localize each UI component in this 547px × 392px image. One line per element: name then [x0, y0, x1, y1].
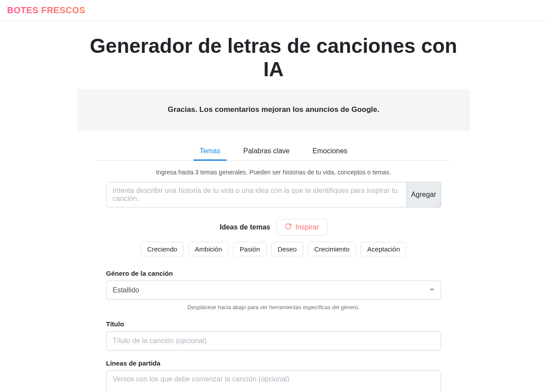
idea-chip[interactable]: Pasión	[233, 242, 267, 256]
brand-logo[interactable]: BOTES FRESCOS	[7, 5, 86, 15]
idea-chip[interactable]: Aceptación	[361, 242, 406, 256]
starting-lines-label: Líneas de partida	[106, 359, 441, 367]
starting-lines-input[interactable]	[106, 370, 441, 392]
page-title: Generador de letras de canciones con IA	[78, 34, 470, 81]
genre-label: Género de la canción	[106, 270, 441, 277]
title-label: Título	[106, 320, 441, 328]
add-theme-button[interactable]: Agregar	[407, 182, 441, 207]
refresh-icon	[285, 223, 292, 232]
ideas-label: Ideas de temas	[220, 223, 270, 231]
idea-chip[interactable]: Deseo	[271, 242, 303, 256]
inspire-button[interactable]: Inspirar	[276, 219, 327, 236]
tab-emotions[interactable]: Emociones	[306, 143, 354, 161]
tab-keywords[interactable]: Palabras clave	[237, 143, 296, 161]
inspire-label: Inspirar	[295, 223, 319, 231]
ad-message: Gracias. Los comentarios mejoran los anu…	[168, 105, 380, 114]
idea-chip[interactable]: Crecimiento	[308, 242, 356, 256]
theme-input[interactable]	[106, 182, 407, 207]
idea-chip[interactable]: Creciendo	[141, 242, 184, 256]
idea-chip[interactable]: Ambición	[188, 242, 229, 256]
genre-hint: Desplácese hacia abajo para ver herramie…	[106, 304, 441, 311]
themes-instruction: Ingresa hasta 3 temas generales. Pueden …	[78, 169, 470, 176]
tabs-row: Temas Palabras clave Emociones	[97, 142, 450, 161]
ad-banner: Gracias. Los comentarios mejoran los anu…	[78, 89, 470, 131]
idea-chips: Creciendo Ambición Pasión Deseo Crecimie…	[106, 242, 441, 256]
genre-select[interactable]: Estallido	[106, 281, 441, 300]
tab-themes[interactable]: Temas	[193, 143, 227, 161]
title-input[interactable]	[106, 331, 441, 351]
